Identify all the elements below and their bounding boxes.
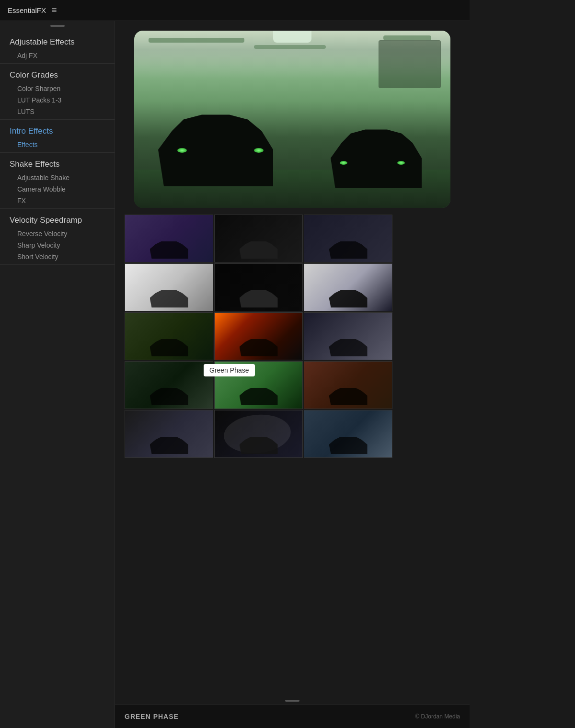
thumbnail-item[interactable] (125, 361, 213, 409)
thumbnail-grid (115, 213, 470, 460)
sidebar: Adjustable Effects Adj FX Color Grades C… (0, 21, 115, 728)
footer-bar: GREEN PHASE © DJordan Media (115, 704, 470, 728)
preview-container (115, 21, 470, 213)
sidebar-item-lut-packs[interactable]: LUT Packs 1-3 (0, 94, 115, 106)
sidebar-section-title-intro-effects[interactable]: Intro Effects (0, 120, 115, 139)
preview-image (134, 31, 450, 208)
thumbnail-item[interactable] (304, 215, 392, 262)
header: EssentialFX ≡ (0, 0, 470, 21)
sidebar-item-fx[interactable]: FX (0, 195, 115, 206)
content-area: Green Phase GREEN PHASE © DJordan Media (115, 21, 470, 728)
thumbnail-item[interactable] (214, 215, 303, 262)
sidebar-item-effects[interactable]: Effects (0, 139, 115, 150)
thumbnail-item[interactable] (304, 312, 392, 360)
sidebar-section-intro-effects: Intro Effects Effects (0, 120, 115, 153)
thumbnail-item[interactable] (304, 263, 392, 311)
bottom-scroll-indicator (285, 700, 299, 702)
main-layout: Adjustable Effects Adj FX Color Grades C… (0, 21, 470, 728)
sidebar-item-luts[interactable]: LUTS (0, 106, 115, 117)
thumbnail-item[interactable] (214, 410, 303, 458)
sidebar-section-title-adjustable-effects[interactable]: Adjustable Effects (0, 31, 115, 50)
sidebar-section-color-grades: Color Grades Color Sharpen LUT Packs 1-3… (0, 64, 115, 120)
sidebar-item-sharp-velocity[interactable]: Sharp Velocity (0, 239, 115, 251)
thumbnail-grid-wrapper: Green Phase (115, 213, 470, 460)
sidebar-section-velocity-speedramp: Velocity Speedramp Reverse Velocity Shar… (0, 209, 115, 265)
sidebar-section-title-velocity-speedramp[interactable]: Velocity Speedramp (0, 209, 115, 228)
sidebar-item-adjustable-shake[interactable]: Adjustable Shake (0, 172, 115, 183)
sidebar-item-short-velocity[interactable]: Short Velocity (0, 251, 115, 262)
thumbnail-item[interactable] (125, 263, 213, 311)
thumbnail-item[interactable] (125, 312, 213, 360)
sidebar-item-color-sharpen[interactable]: Color Sharpen (0, 83, 115, 94)
sidebar-item-reverse-velocity[interactable]: Reverse Velocity (0, 228, 115, 239)
thumbnail-item[interactable] (125, 215, 213, 262)
sidebar-section-title-color-grades[interactable]: Color Grades (0, 64, 115, 83)
tooltip: Green Phase (204, 364, 255, 376)
thumbnail-item[interactable] (214, 312, 303, 360)
thumbnail-item[interactable] (125, 410, 213, 458)
thumbnail-item[interactable] (214, 263, 303, 311)
sidebar-scroll-indicator (50, 25, 65, 27)
sidebar-section-title-shake-effects[interactable]: Shake Effects (0, 153, 115, 172)
sidebar-section-adjustable-effects: Adjustable Effects Adj FX (0, 31, 115, 64)
preview-scene (134, 31, 450, 208)
thumbnail-item[interactable] (304, 410, 392, 458)
sidebar-section-shake-effects: Shake Effects Adjustable Shake Camera Wo… (0, 153, 115, 209)
footer-credit: © DJordan Media (415, 713, 460, 720)
thumbnail-item[interactable] (304, 361, 392, 409)
sidebar-item-adj-fx[interactable]: Adj FX (0, 50, 115, 61)
menu-icon[interactable]: ≡ (52, 5, 57, 15)
footer-title: GREEN PHASE (125, 713, 179, 720)
app-title: EssentialFX (8, 6, 46, 14)
sidebar-item-camera-wobble[interactable]: Camera Wobble (0, 183, 115, 195)
tooltip-text: Green Phase (209, 366, 249, 374)
